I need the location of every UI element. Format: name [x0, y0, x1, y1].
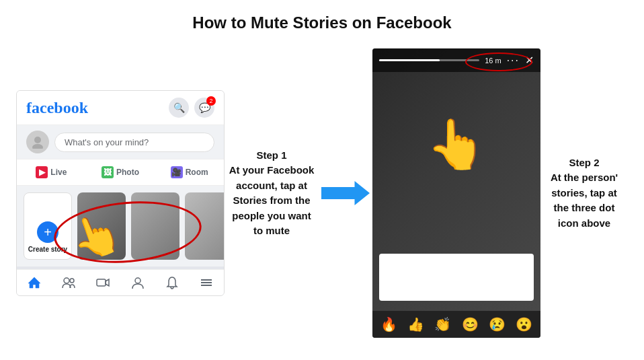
create-story-label: Create story — [28, 246, 67, 254]
facebook-ui-mock: facebook 🔍 💬 2 What's on your mind? ▶ Li… — [16, 90, 225, 296]
emoji-fire[interactable]: 🔥 — [380, 316, 397, 332]
messenger-badge: 2 — [206, 96, 216, 106]
emoji-wow[interactable]: 😮 — [516, 316, 532, 332]
svg-point-7 — [135, 278, 140, 283]
video-bottom-icon[interactable] — [95, 275, 110, 290]
room-label: Room — [186, 168, 208, 177]
whats-on-mind-input[interactable]: What's on your mind? — [54, 133, 214, 152]
svg-point-3 — [64, 278, 69, 283]
step1-title: Step 1 — [227, 148, 316, 164]
search-icon-btn[interactable]: 🔍 — [169, 98, 189, 118]
arrow-icon — [321, 177, 370, 209]
story-white-card — [379, 254, 534, 301]
menu-bottom-icon[interactable] — [199, 275, 214, 290]
bell-bottom-icon[interactable] — [165, 275, 179, 290]
story-card-2[interactable] — [131, 192, 179, 260]
fb-header-icons: 🔍 💬 2 — [169, 98, 214, 118]
story-progress-fill — [379, 59, 440, 61]
step1-description: At your Facebook account, tap at Stories… — [227, 163, 316, 239]
story-card-1[interactable] — [77, 192, 126, 260]
arrow-container — [319, 177, 372, 209]
story-viewer-top: 16 m ··· ✕ — [372, 48, 540, 72]
story-viewer: 16 m ··· ✕ 👆 🔥 👍 👏 😊 😢 😮 — [372, 48, 540, 338]
fb-action-bar: ▶ Live 🖼 Photo 🎥 Room — [17, 159, 224, 186]
fb-logo: facebook — [26, 99, 88, 117]
svg-marker-11 — [321, 181, 370, 205]
story-hand-pointer-icon: 👆 — [426, 116, 487, 173]
emoji-smile[interactable]: 😊 — [462, 316, 479, 332]
svg-marker-2 — [28, 277, 40, 288]
room-icon: 🎥 — [171, 166, 183, 178]
fb-header: facebook 🔍 💬 2 — [17, 91, 224, 125]
photo-icon: 🖼 — [102, 166, 114, 178]
friends-bottom-icon[interactable] — [61, 275, 76, 290]
svg-point-1 — [32, 144, 43, 149]
story-reaction-bar: 🔥 👍 👏 😊 😢 😮 — [372, 311, 540, 338]
photo-button[interactable]: 🖼 Photo — [86, 162, 155, 182]
live-icon: ▶ — [36, 166, 48, 178]
story-card-3[interactable] — [185, 192, 225, 260]
step2-title: Step 2 — [543, 155, 625, 171]
live-label: Live — [50, 168, 67, 177]
story-close-button[interactable]: ✕ — [525, 54, 534, 67]
svg-marker-6 — [106, 279, 109, 286]
photo-label: Photo — [116, 168, 139, 177]
main-content: facebook 🔍 💬 2 What's on your mind? ▶ Li… — [7, 48, 637, 338]
profile-bottom-icon[interactable] — [130, 275, 145, 290]
room-button[interactable]: 🎥 Room — [155, 162, 224, 182]
step2-box: Step 2 At the person' stories, tap at th… — [540, 155, 628, 231]
story-three-dots-button[interactable]: ··· — [507, 55, 520, 67]
create-story-card[interactable]: + Create story — [24, 192, 72, 260]
page-title: How to Mute Stories on Facebook — [192, 13, 451, 32]
step1-box: Step 1 At your Facebook account, tap at … — [225, 148, 319, 239]
step2-description: At the person' stories, tap at the three… — [543, 170, 625, 231]
svg-point-4 — [70, 279, 74, 283]
svg-rect-5 — [97, 279, 106, 286]
whats-on-mind-bar: What's on your mind? — [17, 125, 224, 159]
emoji-sad[interactable]: 😢 — [489, 316, 506, 332]
red-oval-annotation — [51, 196, 204, 269]
svg-point-0 — [34, 137, 41, 143]
emoji-clap[interactable]: 👏 — [434, 316, 451, 332]
emoji-thumbsup[interactable]: 👍 — [407, 316, 424, 332]
user-avatar — [26, 131, 49, 153]
story-time: 16 m — [485, 57, 501, 65]
stories-section: + Create story 👆 — [17, 186, 224, 266]
live-button[interactable]: ▶ Live — [17, 162, 86, 182]
story-progress-bar — [379, 59, 479, 61]
messenger-icon-btn[interactable]: 💬 2 — [194, 98, 214, 118]
home-bottom-icon[interactable] — [27, 275, 42, 290]
fb-bottom-bar — [17, 269, 224, 295]
create-story-plus-icon: + — [37, 221, 58, 243]
